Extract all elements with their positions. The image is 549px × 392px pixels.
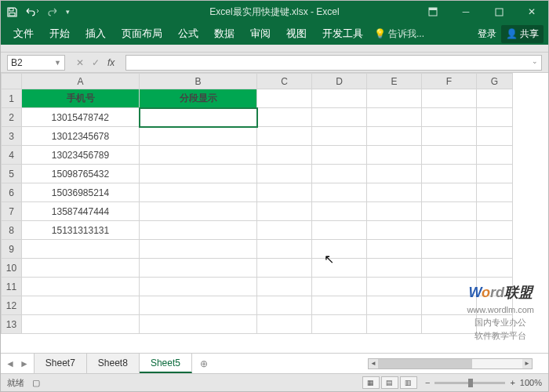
row-header-7[interactable]: 7	[2, 202, 22, 221]
undo-icon[interactable]	[25, 7, 39, 16]
cell-F4[interactable]	[422, 146, 477, 165]
sheet-nav-next-icon[interactable]: ►	[20, 358, 29, 369]
cell-E2[interactable]	[367, 108, 422, 127]
cell-D12[interactable]	[312, 296, 367, 315]
cell-E11[interactable]	[367, 278, 422, 296]
cell-G3[interactable]	[477, 127, 513, 146]
cell-B10[interactable]	[140, 259, 257, 278]
col-header-B[interactable]: B	[140, 74, 257, 89]
minimize-icon[interactable]: ─	[449, 1, 482, 23]
cell-C3[interactable]	[257, 127, 312, 146]
cell-C6[interactable]	[257, 183, 312, 202]
row-header-3[interactable]: 3	[2, 127, 22, 146]
cell-C7[interactable]	[257, 202, 312, 221]
col-header-D[interactable]: D	[312, 74, 367, 89]
cell-E10[interactable]	[367, 259, 422, 278]
ribbon-tab-插入[interactable]: 插入	[78, 23, 114, 45]
qat-customize-icon[interactable]: ▾	[66, 8, 70, 16]
ribbon-tab-审阅[interactable]: 审阅	[242, 23, 278, 45]
cell-F8[interactable]	[422, 221, 477, 240]
cell-G2[interactable]	[477, 108, 513, 127]
cell-F7[interactable]	[422, 202, 477, 221]
cell-F1[interactable]	[422, 89, 477, 108]
cell-B1[interactable]: 分段显示	[140, 89, 257, 108]
col-header-C[interactable]: C	[257, 74, 312, 89]
col-header-F[interactable]: F	[422, 74, 477, 89]
row-header-6[interactable]: 6	[2, 183, 22, 202]
col-header-G[interactable]: G	[477, 74, 513, 89]
cell-B11[interactable]	[140, 278, 257, 296]
cell-G10[interactable]	[477, 259, 513, 278]
tell-me[interactable]: 💡告诉我...	[374, 27, 424, 41]
cell-E3[interactable]	[367, 127, 422, 146]
row-header-9[interactable]: 9	[2, 240, 22, 259]
cell-E9[interactable]	[367, 240, 422, 259]
cell-D11[interactable]	[312, 278, 367, 296]
name-box[interactable]: B2▼	[7, 55, 65, 71]
cell-A9[interactable]	[22, 240, 140, 259]
ribbon-tab-开发工具[interactable]: 开发工具	[314, 23, 371, 45]
cell-B5[interactable]	[140, 165, 257, 183]
col-header-E[interactable]: E	[367, 74, 422, 89]
cell-B13[interactable]	[140, 315, 257, 334]
cell-C1[interactable]	[257, 89, 312, 108]
cell-E7[interactable]	[367, 202, 422, 221]
cell-D13[interactable]	[312, 315, 367, 334]
cell-B3[interactable]	[140, 127, 257, 146]
row-header-13[interactable]: 13	[2, 315, 22, 334]
cell-F9[interactable]	[422, 240, 477, 259]
select-all-corner[interactable]	[2, 74, 22, 89]
cell-C9[interactable]	[257, 240, 312, 259]
sheet-tab-Sheet5[interactable]: Sheet5	[140, 354, 192, 373]
cell-E1[interactable]	[367, 89, 422, 108]
cancel-formula-icon[interactable]: ✕	[76, 57, 84, 68]
row-header-10[interactable]: 10	[2, 259, 22, 278]
cell-D2[interactable]	[312, 108, 367, 127]
save-icon[interactable]	[7, 7, 17, 17]
cell-B8[interactable]	[140, 221, 257, 240]
cell-G8[interactable]	[477, 221, 513, 240]
cell-C5[interactable]	[257, 165, 312, 183]
close-icon[interactable]: ✕	[515, 1, 548, 23]
page-layout-view-button[interactable]: ▤	[381, 376, 398, 389]
cell-B12[interactable]	[140, 296, 257, 315]
row-header-4[interactable]: 4	[2, 146, 22, 165]
scroll-left-icon[interactable]: ◄	[369, 359, 378, 368]
expand-formula-icon[interactable]: ⌄	[532, 57, 538, 65]
sheet-nav-prev-icon[interactable]: ◄	[5, 358, 15, 369]
row-header-5[interactable]: 5	[2, 165, 22, 183]
cell-A8[interactable]: 15131313131	[22, 221, 140, 240]
cell-C2[interactable]	[257, 108, 312, 127]
share-button[interactable]: 👤共享	[501, 25, 544, 43]
scroll-thumb[interactable]	[378, 359, 472, 368]
cell-A12[interactable]	[22, 296, 140, 315]
cell-E4[interactable]	[367, 146, 422, 165]
cell-E6[interactable]	[367, 183, 422, 202]
cell-B4[interactable]	[140, 146, 257, 165]
zoom-out-button[interactable]: −	[425, 378, 430, 387]
cell-D3[interactable]	[312, 127, 367, 146]
sheet-tab-Sheet7[interactable]: Sheet7	[34, 354, 87, 373]
cell-C11[interactable]	[257, 278, 312, 296]
cell-B9[interactable]	[140, 240, 257, 259]
cell-C4[interactable]	[257, 146, 312, 165]
ribbon-options-icon[interactable]	[416, 1, 449, 23]
cell-A3[interactable]: 13012345678	[22, 127, 140, 146]
cell-D1[interactable]	[312, 89, 367, 108]
cell-C8[interactable]	[257, 221, 312, 240]
cell-G9[interactable]	[477, 240, 513, 259]
row-header-2[interactable]: 2	[2, 108, 22, 127]
cell-C13[interactable]	[257, 315, 312, 334]
cell-A11[interactable]	[22, 278, 140, 296]
redo-icon[interactable]	[47, 7, 58, 16]
cell-E5[interactable]	[367, 165, 422, 183]
fx-icon[interactable]: fx	[107, 57, 115, 68]
formula-input[interactable]: ⌄	[125, 55, 542, 71]
cell-E12[interactable]	[367, 296, 422, 315]
cell-G4[interactable]	[477, 146, 513, 165]
col-header-A[interactable]: A	[22, 74, 140, 89]
cell-D5[interactable]	[312, 165, 367, 183]
sheet-tab-Sheet8[interactable]: Sheet8	[87, 354, 140, 373]
cell-A6[interactable]: 15036985214	[22, 183, 140, 202]
cell-D9[interactable]	[312, 240, 367, 259]
